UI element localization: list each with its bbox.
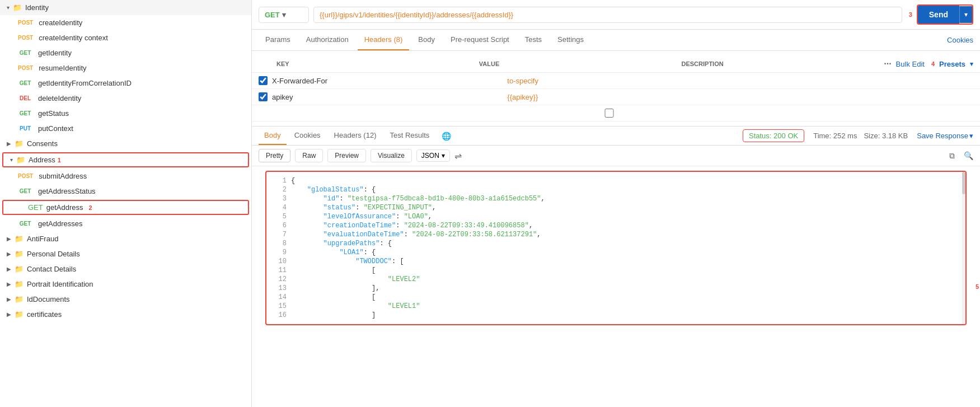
sidebar-item-getAddress[interactable]: GET getAddress 2 <box>2 200 249 215</box>
sidebar-item-createIdentityContext[interactable]: POST createIdentity context <box>0 30 251 45</box>
badge-2: 2 <box>89 204 92 211</box>
format-raw-button[interactable]: Raw <box>295 149 323 162</box>
sidebar-folder-certificates[interactable]: ▶ 📁 certificates <box>0 307 251 322</box>
presets-button[interactable]: Presets <box>939 60 965 68</box>
sidebar-item-label: putContext <box>38 124 73 133</box>
filter-icon[interactable]: ⇌ <box>454 151 462 161</box>
format-visualize-button[interactable]: Visualize <box>371 149 412 162</box>
method-badge: GET <box>16 79 35 87</box>
tab-tests[interactable]: Tests <box>518 30 548 50</box>
chevron-right-icon: ▶ <box>7 266 11 272</box>
method-select[interactable]: GET ▾ <box>259 7 309 23</box>
tab-params[interactable]: Params <box>259 30 297 50</box>
tab-headers[interactable]: Headers (8) <box>358 30 410 50</box>
response-tab-cookies[interactable]: Cookies <box>289 127 326 145</box>
sidebar-folder-antifraud[interactable]: ▶ 📁 AntiFraud <box>0 231 251 246</box>
header-key-1: X-Forwarded-For <box>272 77 503 85</box>
response-time: Time: 252 ms <box>813 132 857 140</box>
sidebar-item-label: resumeIdentity <box>39 64 86 72</box>
header-checkbox-empty[interactable] <box>259 109 960 118</box>
scrollbar-thumb[interactable] <box>962 172 965 194</box>
response-section: Body Cookies Headers (12) Test Results 🌐… <box>252 126 980 407</box>
sidebar-item-resumeIdentity[interactable]: POST resumeIdentity <box>0 60 251 76</box>
format-pretty-button[interactable]: Pretty <box>259 149 290 162</box>
tab-body[interactable]: Body <box>411 30 442 50</box>
method-badge: GET <box>16 109 35 118</box>
sidebar-item-label: deleteIdentity <box>38 94 81 102</box>
response-tab-body[interactable]: Body <box>259 127 287 145</box>
tab-prerequest[interactable]: Pre-request Script <box>444 30 516 50</box>
chevron-down-icon: ▾ <box>10 157 13 163</box>
chevron-right-icon: ▶ <box>7 251 11 257</box>
chevron-right-icon: ▶ <box>7 236 11 242</box>
send-dropdown-button[interactable]: ▾ <box>959 6 972 23</box>
format-preview-button[interactable]: Preview <box>327 149 366 162</box>
response-tab-testresults[interactable]: Test Results <box>384 127 435 145</box>
json-line-6: 6 "creationDateTime": "2024-08-22T09:33:… <box>266 221 965 230</box>
json-line-12: 12 "LEVEL2" <box>266 275 965 284</box>
header-checkbox-2[interactable] <box>259 92 268 101</box>
json-content: 1 { 2 "globalStatus": { 3 "id": "testgip… <box>265 171 967 325</box>
send-button[interactable]: Send <box>918 6 959 24</box>
json-toolbar: Pretty Raw Preview Visualize JSON ▾ ⇌ ⧉ … <box>252 146 980 166</box>
save-response-button[interactable]: Save Response ▾ <box>917 132 973 140</box>
badge-3: 3 <box>909 11 912 18</box>
method-badge: GET <box>16 49 35 57</box>
request-tabs: Params Authorization Headers (8) Body Pr… <box>252 30 980 51</box>
sidebar-item-getIdentity[interactable]: GET getIdentity <box>0 45 251 60</box>
sidebar-folder-personaldetails[interactable]: ▶ 📁 Personal Details <box>0 246 251 261</box>
sidebar-folder-contactdetails-label: Contact Details <box>27 265 76 273</box>
folder-icon: 📁 <box>15 280 24 288</box>
sidebar-folder-iddocuments[interactable]: ▶ 📁 IdDocuments <box>0 292 251 307</box>
chevron-right-icon: ▶ <box>7 281 11 287</box>
search-icon[interactable]: 🔍 <box>964 151 973 160</box>
sidebar-item-label: getAddressStatus <box>38 187 96 195</box>
json-line-4: 4 "status": "EXPECTING_INPUT", <box>266 203 965 212</box>
cookies-link[interactable]: Cookies <box>947 36 973 44</box>
sidebar-folder-identity-label: Identity <box>25 3 49 12</box>
folder-icon: 📁 <box>15 139 24 148</box>
tab-authorization[interactable]: Authorization <box>299 30 355 50</box>
send-button-container: Send ▾ <box>917 4 973 25</box>
json-line-7: 7 "evaluationDateTime": "2024-08-22T09:3… <box>266 230 965 239</box>
sidebar-item-getAddresses[interactable]: GET getAddresses <box>0 216 251 231</box>
sidebar-folder-certificates-label: certificates <box>27 310 62 319</box>
sidebar-item-label: getIdentity <box>38 49 72 57</box>
save-response-dropdown-icon: ▾ <box>969 132 973 140</box>
sidebar-folder-consents[interactable]: ▶ 📁 Consents <box>0 136 251 151</box>
response-tab-headers[interactable]: Headers (12) <box>329 127 382 145</box>
main-panel: GET ▾ 3 Send ▾ Params Authorization Head… <box>252 0 980 407</box>
sidebar-folder-address[interactable]: ▾ 📁 Address 1 <box>2 152 249 167</box>
sidebar-folder-contactdetails[interactable]: ▶ 📁 Contact Details <box>0 261 251 277</box>
sidebar-item-getStatus[interactable]: GET getStatus <box>0 106 251 121</box>
headers-columns: KEY VALUE DESCRIPTION ··· Bulk Edit 4 Pr… <box>252 55 980 73</box>
sidebar-item-submitAddress[interactable]: POST submitAddress <box>0 169 251 184</box>
badge-1: 1 <box>58 157 61 163</box>
method-badge: GET <box>16 219 35 228</box>
json-line-3: 3 "id": "testgipsa-f75dbca8-bd1b-480e-80… <box>266 194 965 203</box>
sidebar-folder-portraitidentification[interactable]: ▶ 📁 Portrait Identification <box>0 277 251 292</box>
folder-icon: 📁 <box>13 3 22 12</box>
desc-col-header: DESCRIPTION <box>682 60 880 67</box>
json-line-11: 11 [ <box>266 266 965 275</box>
sidebar-item-deleteIdentity[interactable]: DEL deleteIdentity <box>0 91 251 106</box>
sidebar-item-getAddress-label: getAddress <box>46 203 83 212</box>
url-input[interactable] <box>313 7 902 23</box>
bulk-edit-button[interactable]: Bulk Edit <box>896 60 925 68</box>
chevron-down-icon: ▾ <box>7 4 10 11</box>
sidebar-item-createIdentity[interactable]: POST createIdentity <box>0 15 251 30</box>
json-line-13: 13 ], <box>266 284 965 293</box>
header-row-empty <box>252 105 980 121</box>
more-options-icon[interactable]: ··· <box>884 59 891 69</box>
sidebar-item-getIdentityFromCorrelationID[interactable]: GET getIdentityFromCorrelationID <box>0 76 251 91</box>
copy-icon[interactable]: ⧉ <box>949 151 955 161</box>
sidebar-item-putContext[interactable]: PUT putContext <box>0 121 251 136</box>
language-select[interactable]: JSON ▾ <box>416 149 450 162</box>
tab-settings[interactable]: Settings <box>551 30 590 50</box>
header-checkbox-1[interactable] <box>259 76 268 85</box>
sidebar-folder-identity[interactable]: ▾ 📁 Identity <box>0 0 251 15</box>
sidebar-item-label: getStatus <box>38 109 69 118</box>
sidebar-folder-consents-label: Consents <box>27 139 58 148</box>
language-label: JSON <box>421 152 439 160</box>
sidebar-item-getAddressStatus[interactable]: GET getAddressStatus <box>0 184 251 199</box>
